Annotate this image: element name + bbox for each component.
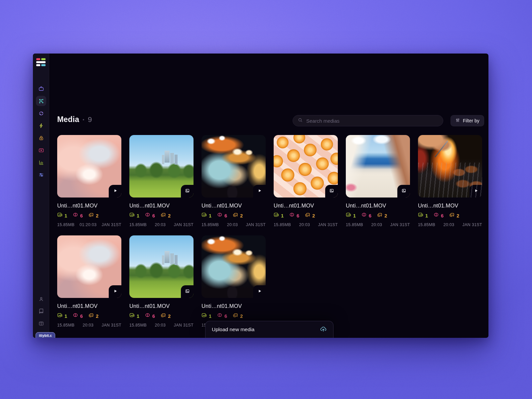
media-thumbnail-carnival[interactable] — [201, 235, 266, 298]
sidebar-item-pixel-media[interactable] — [36, 96, 46, 106]
files-count-badge: 1 — [57, 212, 67, 219]
media-filename[interactable]: Unti…nt01.MOV — [346, 202, 410, 209]
media-file-icon — [274, 212, 279, 219]
date: JAN 31ST — [390, 222, 410, 227]
media-meta: 15.85MB 20:03 JAN 31ST — [346, 222, 410, 227]
image-icon — [185, 289, 190, 295]
files-count-badge: 1 — [201, 212, 211, 219]
brain-icon — [73, 212, 78, 219]
media-file-icon — [57, 212, 63, 219]
search-input[interactable] — [306, 118, 438, 124]
media-meta: 15.85MB 20:03 JAN 31ST — [201, 222, 266, 227]
upload-cloud-icon — [320, 326, 327, 334]
media-filename[interactable]: Unti…nt01.MOV — [201, 202, 266, 209]
media-filename[interactable]: Unti…nt01.MOV — [129, 202, 194, 209]
media-type-overlay — [109, 185, 121, 198]
media-thumbnail-carnival[interactable] — [201, 135, 266, 198]
duration: 01:20:03 — [79, 222, 96, 227]
media-thumbnail-bbq[interactable] — [418, 135, 482, 198]
sidebar-item-lock[interactable] — [36, 133, 46, 143]
ittybit-logo-icon[interactable] — [36, 58, 46, 66]
brain-icon — [217, 313, 222, 319]
media-thumbnail-orange-fruits[interactable] — [274, 135, 338, 198]
media-thumbnail-pink-clouds[interactable] — [57, 135, 121, 198]
media-badges: 1 6 2 — [57, 212, 121, 219]
media-filename[interactable]: Unti…nt01.MOV — [57, 202, 121, 209]
media-badges: 1 6 2 — [418, 212, 482, 219]
media-meta: 15.85MB 20:03 JAN 31ST — [129, 323, 194, 328]
image-icon — [185, 188, 190, 195]
date: JAN 31ST — [318, 222, 338, 227]
ittybit-link-badge[interactable]: ittybit.c — [36, 332, 55, 338]
sidebar-item-bar-chart[interactable] — [36, 157, 46, 168]
play-icon — [257, 188, 262, 195]
intelligence-count-badge: 6 — [73, 313, 83, 319]
chat-bubbles-icon — [233, 212, 238, 219]
sidebar-item-cards[interactable] — [36, 318, 46, 329]
media-badges: 1 6 2 — [274, 212, 338, 219]
files-count-badge: 1 — [201, 313, 211, 319]
chat-bubbles-icon — [88, 313, 94, 319]
file-size: 15.85MB — [201, 222, 219, 227]
files-count-badge: 1 — [274, 212, 284, 219]
file-size: 15.85MB — [418, 222, 435, 227]
intelligence-count-badge: 6 — [73, 212, 83, 219]
media-badges: 1 6 2 — [129, 313, 194, 319]
brain-icon — [145, 212, 150, 219]
upload-new-media-button[interactable]: Upload new media — [205, 321, 333, 338]
chat-bubbles-icon — [377, 212, 382, 219]
sidebar-item-lightning[interactable] — [36, 120, 46, 131]
intelligence-count-badge: 6 — [145, 313, 155, 319]
file-size: 15.85MB — [274, 222, 291, 227]
sidebar — [33, 54, 49, 338]
sidebar-item-cycle-arrows[interactable] — [36, 108, 46, 118]
sidebar-top-group — [36, 83, 46, 180]
logo-bar — [41, 58, 46, 60]
files-count-badge: 1 — [129, 313, 139, 319]
media-badges: 1 6 2 — [201, 212, 266, 219]
sidebar-item-briefcase[interactable] — [36, 83, 46, 94]
media-card: Unti…nt01.MOV 1 6 2 15.85MB 20:03 JAN 31… — [201, 235, 266, 328]
page-title: Media — [57, 115, 79, 124]
tracks-count-badge: 2 — [161, 212, 171, 219]
media-count: 9 — [88, 115, 92, 124]
date: JAN 31ST — [246, 222, 266, 227]
tracks-count-badge: 2 — [305, 212, 315, 219]
media-card: Unti…nt01.MOV 1 6 2 15.85MB 20:03 JAN 31… — [57, 235, 121, 328]
media-filename[interactable]: Unti…nt01.MOV — [201, 303, 266, 309]
sidebar-item-book[interactable] — [36, 306, 46, 316]
media-filename[interactable]: Unti…nt01.MOV — [129, 303, 194, 309]
media-thumbnail-park[interactable] — [129, 135, 194, 198]
filter-by-button[interactable]: Filter by — [451, 115, 484, 126]
logo-bar — [36, 61, 46, 63]
brain-icon — [145, 313, 150, 319]
media-type-overlay — [469, 185, 482, 198]
media-filename[interactable]: Unti…nt01.MOV — [418, 202, 482, 209]
media-file-icon — [201, 212, 207, 219]
file-size: 15.85MB — [57, 222, 74, 227]
media-thumbnail-park[interactable] — [129, 235, 194, 298]
media-type-overlay — [181, 185, 194, 198]
media-grid: Unti…nt01.MOV 1 6 2 15.85MB 01:20:03 JAN… — [57, 135, 482, 328]
media-type-overlay — [109, 285, 121, 298]
file-size: 15.85MB — [57, 323, 74, 328]
sidebar-item-video-player[interactable] — [36, 145, 46, 155]
media-filename[interactable]: Unti…nt01.MOV — [274, 202, 338, 209]
image-icon — [329, 188, 334, 195]
tracks-count-badge: 2 — [88, 212, 98, 219]
search-bar[interactable] — [293, 115, 443, 126]
files-count-badge: 1 — [418, 212, 428, 219]
upload-label: Upload new media — [212, 327, 254, 332]
sidebar-item-user[interactable] — [36, 294, 46, 304]
chat-bubbles-icon — [305, 212, 310, 219]
media-badges: 1 6 2 — [201, 313, 266, 319]
media-filename[interactable]: Unti…nt01.MOV — [57, 303, 121, 309]
chat-bubbles-icon — [161, 313, 166, 319]
sidebar-item-sliders[interactable] — [36, 170, 46, 180]
media-thumbnail-pink-clouds[interactable] — [57, 235, 121, 298]
media-file-icon — [201, 313, 207, 319]
intelligence-count-badge: 6 — [217, 313, 227, 319]
filter-by-label: Filter by — [463, 118, 479, 123]
logo-bar — [36, 58, 40, 60]
media-thumbnail-santorini[interactable] — [346, 135, 410, 198]
